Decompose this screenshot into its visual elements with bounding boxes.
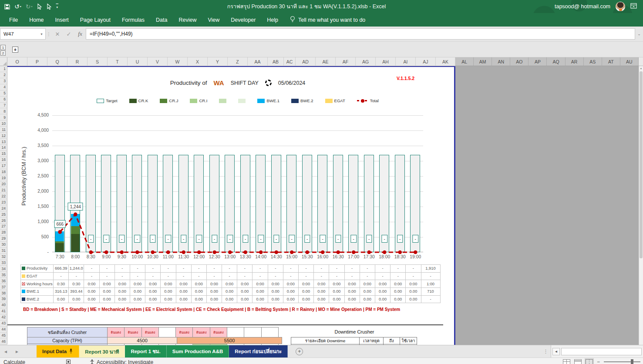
data-table-cell[interactable]: 0.00 xyxy=(252,296,268,304)
data-table-cell[interactable]: - xyxy=(360,265,375,273)
column-header-AG[interactable]: AG xyxy=(356,57,376,66)
data-table-cell[interactable]: - xyxy=(299,265,314,273)
avatar[interactable] xyxy=(616,2,625,11)
data-table-cell[interactable]: 0:30 xyxy=(54,280,69,288)
data-table-cell[interactable]: 0:00 xyxy=(299,280,314,288)
column-header-O[interactable]: O xyxy=(7,57,27,66)
data-table-cell[interactable]: - xyxy=(222,265,237,273)
data-table-cell[interactable]: - xyxy=(329,265,344,273)
insert-function-icon[interactable]: fx xyxy=(74,28,86,40)
data-table-cell[interactable]: 0.00 xyxy=(161,288,176,296)
tab-scroll-divider[interactable]: ⋮ xyxy=(541,349,551,354)
data-table-cell[interactable]: 0.00 xyxy=(329,288,344,296)
pointer-tool-icon[interactable] xyxy=(37,3,42,10)
data-table-cell[interactable]: - xyxy=(406,265,421,273)
data-table-cell[interactable]: - xyxy=(391,265,406,273)
row-header-24[interactable]: 24 xyxy=(0,205,7,211)
column-header-X[interactable]: X xyxy=(188,57,208,66)
column-header-R[interactable]: R xyxy=(67,57,88,66)
row-header-6[interactable]: 6 xyxy=(0,97,7,103)
column-header-AK[interactable]: AK xyxy=(436,57,455,66)
data-table-cell[interactable]: 0.00 xyxy=(54,296,69,304)
data-table-cell[interactable]: - xyxy=(345,265,360,273)
data-table-cell[interactable]: - xyxy=(69,273,84,281)
data-table-cell[interactable]: 0:00 xyxy=(360,280,375,288)
data-table-cell[interactable]: 0:00 xyxy=(115,280,130,288)
soil-type-cell[interactable] xyxy=(261,327,279,337)
data-table-cell[interactable]: - xyxy=(283,273,299,281)
data-table-cell[interactable]: - xyxy=(192,265,207,273)
row-header-39[interactable]: 39 xyxy=(0,296,7,302)
data-table-cell[interactable]: 0.00 xyxy=(391,296,406,304)
crusher-cell-crj[interactable]: CR.J xyxy=(192,344,210,345)
row-header-8[interactable]: 8 xyxy=(0,108,7,114)
row-header-41[interactable]: 41 xyxy=(0,308,7,314)
data-table-cell[interactable]: 0:00 xyxy=(176,280,192,288)
column-header-AJ[interactable]: AJ xyxy=(416,57,436,66)
page-break-view-icon[interactable] xyxy=(586,359,593,364)
data-table-cell[interactable]: - xyxy=(84,265,99,273)
data-table-cell[interactable]: - xyxy=(84,273,99,281)
data-table-label-cell[interactable]: BWE.1 xyxy=(21,288,54,296)
data-table-cell[interactable]: - xyxy=(115,265,130,273)
ribbon-tab-formulas[interactable]: Formulas xyxy=(116,13,150,27)
soil-type-cell[interactable]: ดินแดง xyxy=(107,327,125,337)
outline-level-2-button[interactable]: 2 xyxy=(0,50,6,56)
row-header-29[interactable]: 29 xyxy=(0,236,7,242)
data-table-cell[interactable]: 0.00 xyxy=(207,296,222,304)
row-header-4[interactable]: 4 xyxy=(0,84,7,90)
data-table-cell[interactable]: 0.00 xyxy=(161,296,176,304)
soil-type-cell[interactable] xyxy=(158,327,176,337)
row-header-14[interactable]: 14 xyxy=(0,145,7,151)
data-table-cell[interactable]: - xyxy=(145,265,161,273)
data-table-cell[interactable]: 0.00 xyxy=(299,288,314,296)
crusher-cell-crk[interactable]: CR.K xyxy=(210,344,227,345)
sheet-tab-report-30-min[interactable]: Report 30 นาที xyxy=(79,345,125,357)
data-table-cell[interactable]: 0.00 xyxy=(360,296,375,304)
sheet-tab-report-before-shift[interactable]: Report ก่อนเปลี่ยนกะ xyxy=(229,345,288,357)
row-header-18[interactable]: 18 xyxy=(0,169,7,175)
data-table-cell[interactable]: 0:00 xyxy=(145,280,161,288)
crusher-cell-crn[interactable]: CR.N xyxy=(261,344,279,345)
data-table-cell[interactable]: 0.00 xyxy=(207,288,222,296)
ribbon-tab-file[interactable]: File xyxy=(3,13,24,27)
vertical-scrollbar[interactable]: ▲ xyxy=(639,66,643,345)
data-table-cell[interactable]: 0.00 xyxy=(375,296,391,304)
data-table-cell[interactable]: 0.00 xyxy=(176,296,192,304)
row-header-46[interactable]: 46 xyxy=(0,338,7,344)
column-header-U[interactable]: U xyxy=(128,57,148,66)
row-header-7[interactable]: 7 xyxy=(0,103,7,109)
data-table-cell[interactable]: 0.00 xyxy=(299,296,314,304)
account-email[interactable]: tapsood@ hotmail.com xyxy=(555,3,610,10)
row-header-30[interactable]: 30 xyxy=(0,242,7,248)
row-header-17[interactable]: 17 xyxy=(0,163,7,169)
column-header-Z[interactable]: Z xyxy=(228,57,248,66)
scroll-left-icon[interactable]: ◄ xyxy=(552,348,560,355)
column-header-W[interactable]: W xyxy=(168,57,188,66)
data-table-cell[interactable]: 0:00 xyxy=(268,280,283,288)
data-table-cell[interactable]: 0:00 xyxy=(375,280,391,288)
data-table-cell[interactable]: 0.00 xyxy=(329,296,344,304)
cancel-icon[interactable]: ✕ xyxy=(52,28,63,40)
soil-type-cell[interactable]: ดินแดง xyxy=(124,327,141,337)
normal-view-icon[interactable] xyxy=(563,359,570,364)
data-table-cell[interactable]: - xyxy=(207,265,222,273)
ribbon-tab-view[interactable]: View xyxy=(202,13,225,27)
column-header-Y[interactable]: Y xyxy=(208,57,228,66)
name-box[interactable]: W47 ▼ xyxy=(0,28,46,40)
zoom-slider-thumb[interactable] xyxy=(631,359,633,364)
data-table-cell[interactable]: - xyxy=(314,265,329,273)
data-table-cell[interactable]: 0:00 xyxy=(345,280,360,288)
data-table-cell[interactable]: - xyxy=(283,265,299,273)
column-header-AQ[interactable]: AQ xyxy=(547,57,565,66)
data-table-cell[interactable]: 0:00 xyxy=(391,280,406,288)
data-table-cell[interactable]: - xyxy=(237,265,252,273)
data-table-cell[interactable]: 0.00 xyxy=(314,288,329,296)
row-header-19[interactable]: 19 xyxy=(0,175,7,181)
data-table-cell[interactable]: - xyxy=(406,273,421,281)
ribbon-tab-page-layout[interactable]: Page Layout xyxy=(74,13,116,27)
name-box-dropdown-icon[interactable]: ▼ xyxy=(40,33,45,36)
data-table-cell[interactable]: 0.00 xyxy=(237,288,252,296)
row-header-12[interactable]: 12 xyxy=(0,133,7,139)
data-table-cell[interactable]: - xyxy=(329,273,344,281)
